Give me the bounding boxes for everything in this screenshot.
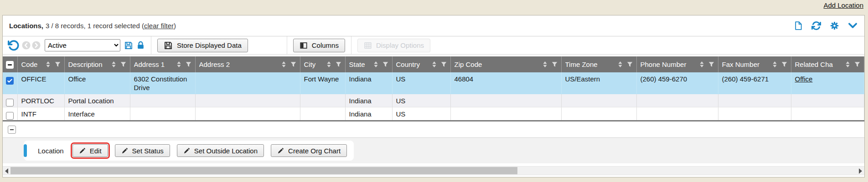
filter-funnel-icon[interactable] xyxy=(120,61,126,67)
row-checkbox[interactable] xyxy=(6,77,14,85)
cell-city xyxy=(300,107,345,121)
column-label: Address 1 xyxy=(134,61,172,68)
gear-icon[interactable] xyxy=(830,21,839,30)
lock-icon[interactable] xyxy=(136,40,145,50)
cell-address-1: 6302 Constitution Drive xyxy=(130,72,195,94)
row-checkbox[interactable] xyxy=(6,99,14,106)
sort-icon[interactable] xyxy=(542,61,548,68)
cell-related-cha xyxy=(791,94,864,107)
table-row[interactable]: OFFICEOffice6302 Constitution DriveFort … xyxy=(3,72,864,94)
cell-state: Indiana xyxy=(345,72,392,94)
cell-country: US xyxy=(392,94,450,107)
panel-title-name: Locations, xyxy=(9,22,43,30)
cell-city xyxy=(300,94,345,107)
horizontal-scrollbar[interactable] xyxy=(3,166,864,175)
column-label: Country xyxy=(396,61,428,68)
action-button-label: Set Outside Location xyxy=(194,147,258,155)
filter-funnel-icon[interactable] xyxy=(336,61,341,67)
sort-icon[interactable] xyxy=(326,61,331,68)
column-header-description[interactable]: Description xyxy=(64,56,130,72)
row-checkbox-cell[interactable] xyxy=(3,72,17,94)
sort-icon[interactable] xyxy=(618,61,623,68)
filter-funnel-icon[interactable] xyxy=(854,61,860,67)
action-group-label: Location xyxy=(38,147,64,155)
cell-state: Indiana xyxy=(345,94,392,107)
column-header-state[interactable]: State xyxy=(345,56,392,72)
sort-icon[interactable] xyxy=(432,61,437,68)
set-outside-location-button[interactable]: Set Outside Location xyxy=(177,144,264,157)
chevron-down-icon[interactable] xyxy=(847,20,858,31)
column-header-phone-number[interactable]: Phone Number xyxy=(636,56,718,72)
filter-funnel-icon[interactable] xyxy=(55,61,61,67)
row-checkbox[interactable] xyxy=(6,112,14,120)
locations-table: CodeDescriptionAddress 1Address 2CitySta… xyxy=(3,56,864,121)
filter-funnel-icon[interactable] xyxy=(708,61,714,67)
sort-icon[interactable] xyxy=(699,61,704,68)
clear-filter-link[interactable]: clear filter xyxy=(144,22,174,30)
undo-icon[interactable] xyxy=(7,40,19,51)
scroll-right-arrow-icon[interactable] xyxy=(859,168,862,174)
column-header-address-2[interactable]: Address 2 xyxy=(195,56,300,72)
filter-funnel-icon[interactable] xyxy=(781,61,787,67)
action-button-label: Set Status xyxy=(132,147,164,155)
select-all-checkbox[interactable] xyxy=(6,61,14,69)
column-header-fax-number[interactable]: Fax Number xyxy=(718,56,791,72)
sort-icon[interactable] xyxy=(176,61,181,68)
cell-address-2 xyxy=(195,72,300,94)
columns-button[interactable]: Columns xyxy=(293,39,345,52)
next-circle-icon[interactable] xyxy=(32,41,41,50)
sort-icon[interactable] xyxy=(772,61,777,68)
refresh-icon[interactable] xyxy=(811,20,822,31)
panel-title-row: Locations,3 / 8 records, 1 record select… xyxy=(3,15,864,36)
column-header-country[interactable]: Country xyxy=(392,56,450,72)
display-options-grid-icon xyxy=(364,41,372,50)
new-page-icon[interactable] xyxy=(794,20,803,31)
filter-funnel-icon[interactable] xyxy=(186,61,191,67)
scrollbar-thumb[interactable] xyxy=(10,167,517,174)
pencil-icon xyxy=(277,147,284,154)
column-header-time-zone[interactable]: Time Zone xyxy=(561,56,636,72)
view-filter-select[interactable]: Active xyxy=(45,39,120,51)
set-status-button[interactable]: Set Status xyxy=(115,144,170,157)
cell-related-cha[interactable]: Office xyxy=(791,72,864,94)
sort-icon[interactable] xyxy=(111,61,116,68)
save-view-icon[interactable] xyxy=(124,41,133,50)
sort-icon[interactable] xyxy=(373,61,378,68)
column-header-related-cha[interactable]: Related Cha xyxy=(791,56,864,72)
prev-circle-icon[interactable] xyxy=(22,41,31,50)
column-header-address-1[interactable]: Address 1 xyxy=(130,56,195,72)
cell-time-zone: US/Eastern xyxy=(561,72,636,94)
related-chart-link[interactable]: Office xyxy=(795,75,813,83)
floppy-icon xyxy=(164,41,173,50)
scroll-left-arrow-icon[interactable] xyxy=(5,168,8,174)
sort-icon[interactable] xyxy=(281,61,286,68)
collapse-minus-icon[interactable] xyxy=(8,126,16,134)
pencil-icon xyxy=(79,147,86,154)
filter-funnel-icon[interactable] xyxy=(552,61,558,67)
cell-description: Office xyxy=(64,72,130,94)
cell-fax-number: (260) 459-6271 xyxy=(718,72,791,94)
row-checkbox-cell[interactable] xyxy=(3,107,17,121)
table-row[interactable]: PORTLOCPortal LocationIndianaUS xyxy=(3,94,864,107)
sort-icon[interactable] xyxy=(46,61,51,68)
table-row[interactable]: INTFInterfaceIndianaUS xyxy=(3,107,864,121)
cell-country: US xyxy=(392,72,450,94)
cell-zip-code xyxy=(450,107,561,121)
column-header-zip-code[interactable]: Zip Code xyxy=(450,56,561,72)
add-location-link[interactable]: Add Location xyxy=(823,1,863,9)
column-header-code[interactable]: Code xyxy=(17,56,64,72)
cell-address-1 xyxy=(130,94,195,107)
cell-address-1 xyxy=(130,107,195,121)
row-checkbox-cell[interactable] xyxy=(3,94,17,107)
sort-icon[interactable] xyxy=(845,61,850,68)
filter-funnel-icon[interactable] xyxy=(382,61,388,67)
create-org-chart-button[interactable]: Create Org Chart xyxy=(271,144,347,157)
filter-funnel-icon[interactable] xyxy=(441,61,447,67)
store-displayed-data-button[interactable]: Store Displayed Data xyxy=(157,39,248,52)
filter-funnel-icon[interactable] xyxy=(290,61,296,67)
select-all-header-cell[interactable] xyxy=(3,56,17,72)
edit-button[interactable]: Edit xyxy=(72,144,108,157)
column-header-city[interactable]: City xyxy=(300,56,345,72)
action-button-label: Create Org Chart xyxy=(288,147,341,155)
filter-funnel-icon[interactable] xyxy=(627,61,633,67)
